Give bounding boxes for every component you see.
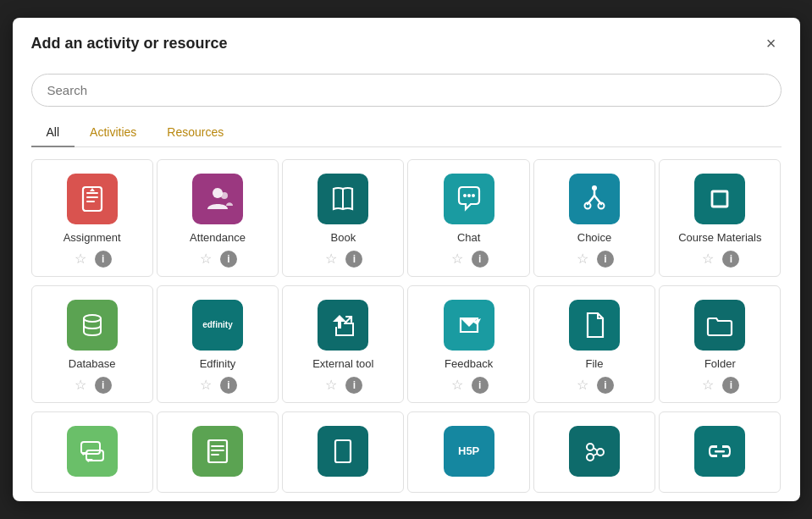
choice-info[interactable]: i <box>597 251 614 268</box>
item-feedback[interactable]: Feedback ☆ i <box>407 285 529 403</box>
book-icon-box <box>318 174 368 224</box>
items-grid-row1: Assignment ☆ i Attendance <box>31 159 782 285</box>
svg-line-15 <box>345 317 351 323</box>
close-button[interactable]: × <box>761 33 782 53</box>
edfinity-star[interactable]: ☆ <box>198 377 213 394</box>
svg-point-6 <box>472 194 475 197</box>
external-tool-icon <box>328 310 358 340</box>
attendance-icon <box>202 184 233 214</box>
feedback-star[interactable]: ☆ <box>450 377 465 394</box>
choice-icon <box>579 184 610 214</box>
assignment-actions: ☆ i <box>73 251 112 268</box>
folder-icon-box <box>694 300 745 351</box>
item-forum[interactable] <box>31 411 153 493</box>
url-icon <box>705 437 734 466</box>
edfinity-info[interactable]: i <box>220 377 237 394</box>
item-file[interactable]: File ☆ i <box>533 285 655 403</box>
choice-actions: ☆ i <box>575 251 614 268</box>
book-icon <box>328 184 358 214</box>
course-materials-star[interactable]: ☆ <box>700 251 715 268</box>
glossary-icon <box>203 437 232 466</box>
svg-point-5 <box>467 194 471 197</box>
item-h5p[interactable]: H5P <box>407 411 529 493</box>
external-tool-info[interactable]: i <box>345 377 362 394</box>
course-materials-actions: ☆ i <box>700 251 739 268</box>
svg-rect-26 <box>715 450 725 453</box>
file-info[interactable]: i <box>597 377 614 394</box>
book-label: Book <box>331 231 356 246</box>
item-attendance[interactable]: Attendance ☆ i <box>157 159 279 277</box>
folder-label: Folder <box>704 357 736 372</box>
item-choice[interactable]: Choice ☆ i <box>533 159 655 277</box>
external-tool-label: External tool <box>312 357 373 372</box>
svg-rect-13 <box>712 191 727 207</box>
modal: Add an activity or resource × All Activi… <box>13 18 800 501</box>
search-bar <box>31 74 782 107</box>
svg-point-4 <box>463 194 467 197</box>
book-info[interactable]: i <box>345 251 362 268</box>
item-scorm[interactable] <box>533 411 655 493</box>
item-database[interactable]: Database ☆ i <box>31 285 153 403</box>
item-course-materials[interactable]: Course Materials ☆ i <box>659 159 781 277</box>
svg-point-10 <box>592 185 597 190</box>
tab-all[interactable]: All <box>31 119 75 147</box>
item-url[interactable] <box>659 411 781 493</box>
feedback-icon <box>454 310 484 340</box>
item-h5p-blank[interactable] <box>282 411 404 493</box>
book-star[interactable]: ☆ <box>323 251 339 268</box>
course-materials-info[interactable]: i <box>722 251 739 268</box>
forum-icon <box>78 437 107 466</box>
assignment-star[interactable]: ☆ <box>73 251 88 268</box>
chat-star[interactable]: ☆ <box>450 251 465 268</box>
attendance-info[interactable]: i <box>220 251 237 268</box>
item-external-tool[interactable]: External tool ☆ i <box>282 285 404 403</box>
svg-line-24 <box>594 448 597 450</box>
attendance-star[interactable]: ☆ <box>198 251 213 268</box>
scorm-icon-box <box>569 426 620 477</box>
item-edfinity[interactable]: edfinity Edfinity ☆ i <box>157 285 279 403</box>
tab-resources[interactable]: Resources <box>152 119 239 147</box>
tab-bar: All Activities Resources <box>31 119 782 147</box>
item-glossary[interactable] <box>157 411 279 493</box>
database-icon-box <box>67 300 118 351</box>
svg-line-25 <box>594 454 597 456</box>
course-materials-label: Course Materials <box>678 231 761 246</box>
item-folder[interactable]: Folder ☆ i <box>659 285 781 403</box>
file-star[interactable]: ☆ <box>575 377 590 394</box>
folder-info[interactable]: i <box>722 377 739 394</box>
h5p-blank-icon <box>329 437 357 466</box>
external-tool-star[interactable]: ☆ <box>323 377 339 394</box>
svg-rect-19 <box>208 440 227 462</box>
chat-info[interactable]: i <box>472 251 489 268</box>
database-info[interactable]: i <box>95 377 112 394</box>
feedback-actions: ☆ i <box>450 377 489 394</box>
course-materials-icon-box <box>694 174 745 224</box>
course-materials-icon <box>704 184 735 214</box>
search-input[interactable] <box>31 74 782 107</box>
attendance-icon-box <box>192 174 243 224</box>
folder-star[interactable]: ☆ <box>700 377 715 394</box>
chat-icon <box>454 184 484 214</box>
file-label: File <box>586 357 604 372</box>
feedback-info[interactable]: i <box>472 377 489 394</box>
choice-star[interactable]: ☆ <box>575 251 590 268</box>
item-chat[interactable]: Chat ☆ i <box>407 159 529 277</box>
edfinity-actions: ☆ i <box>198 377 237 394</box>
assignment-info[interactable]: i <box>95 251 112 268</box>
tab-activities[interactable]: Activities <box>75 119 152 147</box>
item-assignment[interactable]: Assignment ☆ i <box>31 159 153 277</box>
h5p-blank-icon-box <box>318 426 368 477</box>
database-icon <box>77 310 108 340</box>
external-tool-actions: ☆ i <box>323 377 362 394</box>
scorm-icon <box>580 437 609 466</box>
choice-icon-box <box>569 174 620 224</box>
database-star[interactable]: ☆ <box>73 377 88 394</box>
choice-label: Choice <box>577 231 611 246</box>
svg-point-2 <box>221 192 228 199</box>
edfinity-icon-box: edfinity <box>192 300 243 351</box>
item-book[interactable]: Book ☆ i <box>282 159 404 277</box>
items-grid-row2: Database ☆ i edfinity Edfinity ☆ i <box>31 285 782 411</box>
file-actions: ☆ i <box>575 377 614 394</box>
modal-body: All Activities Resources Assignment ☆ i <box>13 65 800 501</box>
svg-point-23 <box>587 454 594 461</box>
